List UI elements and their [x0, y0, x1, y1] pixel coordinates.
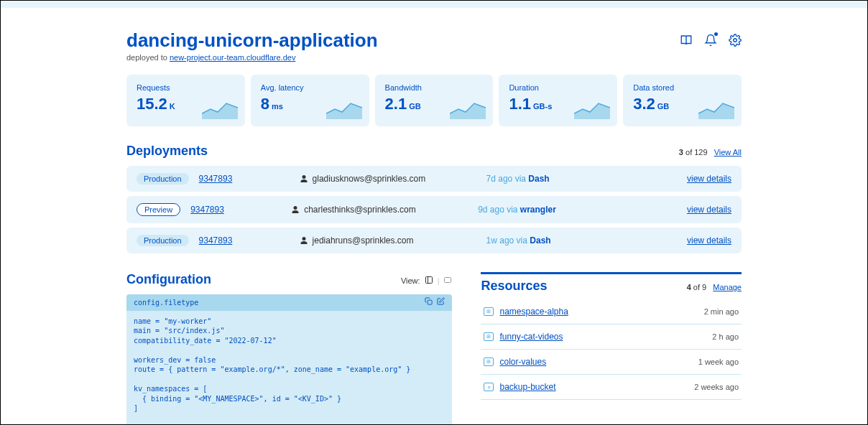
metric-card[interactable]: Bandwidth2.1 GB	[375, 75, 494, 126]
env-badge: Preview	[137, 203, 180, 216]
view-details-link[interactable]: view details	[687, 174, 731, 184]
resources-list: ⊞namespace-alpha2 min ago⊞funny-cat-vide…	[481, 299, 742, 400]
of-label: of	[691, 283, 702, 291]
page-header: dancing-unicorn-application deployed to …	[126, 29, 742, 62]
metric-card[interactable]: Requests15.2 K	[126, 75, 245, 126]
deployment-user: gladiusknows@sprinkles.com	[300, 174, 486, 184]
deployment-user: charlesthinks@sprinkles.com	[291, 205, 478, 215]
notifications-icon[interactable]	[704, 34, 717, 50]
deployment-row: Preview9347893charlesthinks@sprinkles.co…	[126, 196, 742, 223]
resource-type-icon: ⊞	[484, 332, 494, 341]
configuration-panel: Configuration View: | config.filetype	[126, 272, 452, 425]
user-icon	[300, 236, 308, 245]
resource-type-icon: ⊞	[484, 307, 494, 316]
deployed-subtitle: deployed to new-project.our-team.cloudfl…	[126, 53, 378, 62]
resources-title: Resources	[481, 279, 547, 294]
svg-rect-4	[428, 300, 433, 304]
view-form-icon[interactable]	[443, 276, 452, 286]
resource-row: ≡backup-bucket2 weeks ago	[481, 375, 742, 400]
resource-link[interactable]: color-values	[499, 357, 546, 367]
metric-value: 1.1 GB-s	[509, 95, 552, 113]
svg-rect-3	[445, 278, 451, 283]
resource-time: 2 min ago	[704, 307, 739, 316]
deployment-time: 7d ago via Dash	[486, 174, 630, 184]
metric-card[interactable]: Duration1.1 GB-s	[499, 75, 617, 126]
resource-type-icon: ≡	[484, 383, 494, 391]
deployment-row: Production9347893gladiusknows@sprinkles.…	[126, 166, 742, 192]
copy-icon[interactable]	[425, 297, 433, 308]
view-details-link[interactable]: view details	[687, 235, 731, 246]
view-all-link[interactable]: View All	[714, 148, 742, 157]
settings-icon[interactable]	[729, 34, 742, 50]
resource-link[interactable]: funny-cat-videos	[499, 332, 563, 342]
metric-label: Duration	[509, 83, 607, 92]
deployed-prefix: deployed to	[126, 53, 170, 62]
deployment-time: 9d ago via wrangler	[478, 205, 622, 215]
resource-time: 1 week ago	[698, 358, 739, 366]
view-toggle: View: |	[401, 276, 453, 286]
deployment-id-link[interactable]: 9347893	[190, 205, 291, 215]
resource-type-icon: ⊞	[484, 358, 494, 366]
config-filename: config.filetype	[134, 298, 198, 308]
resources-total: 9	[702, 283, 706, 291]
user-icon	[300, 174, 308, 183]
metrics-row: Requests15.2 KAvg. latency8 msBandwidth2…	[126, 75, 742, 126]
resource-row: ⊞funny-cat-videos2 h ago	[481, 324, 742, 350]
config-title: Configuration	[126, 272, 211, 287]
deployment-id-link[interactable]: 9347893	[199, 235, 300, 246]
deployment-id-link[interactable]: 9347893	[199, 174, 300, 184]
metric-value: 2.1 GB	[385, 95, 421, 113]
view-label: View:	[401, 276, 420, 285]
resource-link[interactable]: namespace-alpha	[499, 307, 568, 317]
deployed-url-link[interactable]: new-project.our-team.cloudflare.dev	[170, 53, 295, 62]
top-stripe	[1, 1, 867, 8]
svg-point-0	[734, 39, 737, 42]
docs-icon[interactable]	[680, 34, 693, 50]
env-badge: Production	[137, 173, 189, 185]
metric-label: Requests	[137, 83, 235, 92]
metric-card[interactable]: Avg. latency8 ms	[251, 75, 369, 126]
deployment-time: 1w ago via Dash	[486, 235, 630, 246]
env-badge: Production	[137, 235, 189, 246]
code-block: config.filetype name = "my-worker" main …	[126, 294, 452, 425]
resource-row: ⊞namespace-alpha2 min ago	[481, 299, 742, 324]
resources-count: 4 of 9 Manage	[687, 283, 742, 291]
app-title: dancing-unicorn-application	[126, 29, 378, 52]
metric-value: 15.2 K	[137, 95, 175, 113]
deployments-title: Deployments	[126, 144, 208, 159]
resource-time: 2 weeks ago	[694, 383, 739, 391]
resources-panel: Resources 4 of 9 Manage ⊞namespace-alpha…	[481, 272, 742, 425]
manage-link[interactable]: Manage	[713, 283, 742, 291]
deployment-user: jediahruns@sprinkles.com	[300, 235, 486, 246]
edit-icon[interactable]	[437, 297, 445, 308]
config-code: name = "my-worker" main = "src/index.js"…	[126, 311, 452, 426]
resource-time: 2 h ago	[712, 332, 739, 341]
view-details-link[interactable]: view details	[687, 205, 731, 215]
resource-row: ⊞color-values1 week ago	[481, 350, 742, 375]
metric-label: Bandwidth	[385, 83, 484, 92]
deployments-count: 3 of 129 View All	[679, 148, 742, 157]
deployments-header: Deployments 3 of 129 View All	[126, 144, 742, 159]
metric-card[interactable]: Data stored3.2 GB	[623, 75, 742, 126]
metric-label: Data stored	[633, 83, 731, 92]
metric-value: 8 ms	[261, 95, 283, 113]
metric-label: Avg. latency	[261, 83, 359, 92]
separator: |	[438, 276, 440, 285]
user-icon	[291, 205, 300, 214]
svg-rect-1	[425, 277, 432, 284]
deployment-row: Production9347893jediahruns@sprinkles.co…	[126, 228, 742, 253]
deployments-list: Production9347893gladiusknows@sprinkles.…	[126, 166, 742, 253]
metric-value: 3.2 GB	[633, 95, 669, 113]
view-code-icon[interactable]	[425, 276, 433, 286]
deployments-total: 129	[694, 148, 707, 157]
of-label: of	[683, 148, 694, 157]
resource-link[interactable]: backup-bucket	[499, 382, 555, 392]
